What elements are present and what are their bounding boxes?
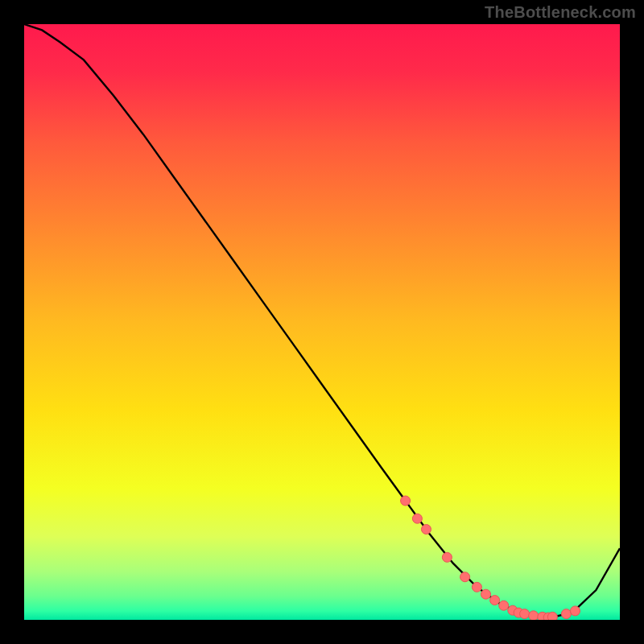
highlight-marker [412,514,422,523]
highlight-marker [520,609,530,619]
highlight-marker [571,606,580,616]
highlight-marker [422,525,431,535]
plot-area [24,24,620,620]
highlight-marker [561,609,571,619]
highlight-marker [401,496,411,506]
highlight-marker [460,572,470,582]
watermark-text: TheBottleneck.com [485,3,636,22]
highlight-marker [442,552,452,562]
chart-svg [24,24,620,620]
highlight-marker [499,601,509,610]
highlight-marker [529,611,539,620]
highlight-marker [490,596,500,605]
highlight-marker [481,589,491,599]
highlight-marker [547,612,557,620]
chart-frame: TheBottleneck.com [0,0,644,644]
highlight-marker [472,582,481,592]
gradient-background [24,24,620,620]
